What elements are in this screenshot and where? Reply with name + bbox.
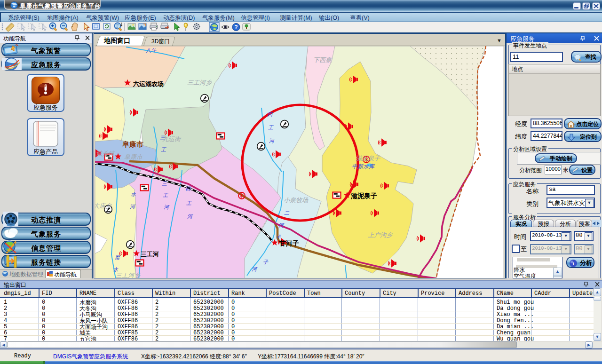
svg-text:滋泥泉子: 滋泥泉子	[350, 192, 377, 199]
svg-text:滋泥泉子: 滋泥泉子	[356, 155, 380, 162]
svg-text:中新水库: 中新水库	[352, 163, 375, 170]
svg-text:子: 子	[263, 259, 269, 265]
svg-text:六运湖农场: 六运湖农场	[133, 80, 164, 87]
svg-text:三: 三	[160, 135, 166, 141]
svg-text:三: 三	[162, 181, 167, 186]
svg-text:三工河乡: 三工河乡	[116, 272, 141, 278]
svg-text:三工河: 三工河	[141, 251, 159, 258]
svg-text:甘河子: 甘河子	[279, 239, 299, 247]
svg-text:四: 四	[185, 186, 191, 191]
svg-text:子: 子	[276, 234, 281, 240]
svg-text:四: 四	[267, 111, 273, 117]
svg-text:水: 水	[113, 267, 119, 272]
svg-text:阜康市: 阜康市	[124, 153, 143, 160]
svg-text:小泉牧场: 小泉牧场	[284, 197, 309, 204]
svg-text:阜康市: 阜康市	[122, 140, 143, 148]
svg-text:工: 工	[161, 147, 166, 152]
svg-text:二: 二	[284, 210, 290, 216]
svg-text:城关镇: 城关镇	[96, 150, 115, 157]
svg-text:?: ?	[234, 24, 238, 31]
svg-text:九运街: 九运街	[162, 135, 182, 142]
svg-text:工: 工	[268, 125, 274, 130]
svg-text:i: i	[572, 261, 574, 266]
svg-text:大庙乡: 大庙乡	[95, 202, 112, 209]
svg-text:八斗: 八斗	[145, 47, 157, 53]
svg-text:工: 工	[163, 192, 168, 198]
svg-text:工: 工	[186, 200, 192, 206]
svg-text:三工河乡: 三工河乡	[187, 79, 212, 86]
svg-text:上户沟乡: 上户沟乡	[368, 231, 393, 238]
svg-text:水: 水	[131, 191, 136, 197]
svg-text:下西泉: 下西泉	[313, 56, 332, 63]
